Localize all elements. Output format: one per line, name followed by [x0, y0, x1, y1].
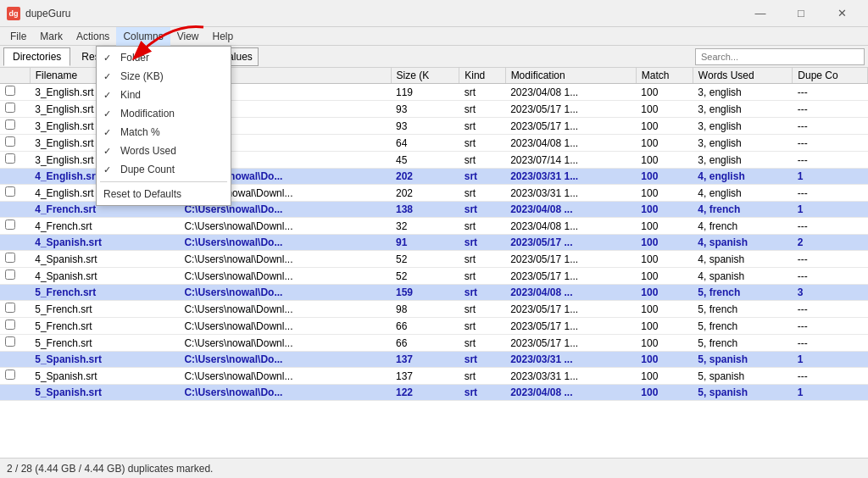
- menu-help[interactable]: Help: [206, 27, 241, 46]
- row-checkbox-cell: [0, 335, 30, 352]
- table-row[interactable]: 4_Spanish.srtC:\Users\nowal\Do...91srt20…: [0, 235, 868, 251]
- columns-menu-match[interactable]: ✓ Match %: [97, 123, 231, 142]
- row-checkbox[interactable]: [5, 86, 15, 96]
- col-header-kind[interactable]: Kind: [459, 68, 505, 84]
- row-match: 100: [636, 352, 693, 368]
- menu-view[interactable]: View: [170, 27, 206, 46]
- row-match: 100: [636, 285, 693, 301]
- row-words: 3, english: [693, 84, 792, 101]
- row-dupe: ---: [793, 368, 868, 385]
- row-match: 100: [636, 135, 693, 152]
- table-row[interactable]: 5_Spanish.srtC:\Users\nowal\Do...122srt2…: [0, 385, 868, 401]
- row-size: 122: [391, 385, 459, 401]
- table-row[interactable]: 5_Spanish.srtC:\Users\nowal\Do...137srt2…: [0, 352, 868, 368]
- menu-columns[interactable]: Columns: [116, 27, 170, 46]
- row-kind: srt: [459, 169, 505, 185]
- row-folder: C:\Users\nowal\Do...: [179, 285, 391, 301]
- app-title: dupeGuru: [25, 8, 741, 19]
- row-dupe: ---: [793, 118, 868, 135]
- row-checkbox[interactable]: [5, 153, 15, 164]
- maximize-button[interactable]: □: [782, 0, 821, 27]
- check-modification-icon: ✓: [103, 108, 111, 119]
- row-checkbox-cell: [0, 84, 30, 101]
- columns-menu-dupe-count[interactable]: ✓ Dupe Count: [97, 160, 231, 179]
- table-row[interactable]: 4_Spanish.srtC:\Users\nowal\Downl...52sr…: [0, 268, 868, 285]
- check-folder-icon: ✓: [103, 53, 111, 64]
- table-row[interactable]: 5_Spanish.srtC:\Users\nowal\Downl...137s…: [0, 368, 868, 385]
- row-checkbox[interactable]: [5, 253, 15, 263]
- check-kind-icon: ✓: [103, 90, 111, 101]
- menu-file[interactable]: File: [3, 27, 33, 46]
- row-dupe: 2: [793, 235, 868, 251]
- row-kind: srt: [459, 84, 505, 101]
- row-checkbox-cell: [0, 202, 30, 218]
- directories-tab[interactable]: Directories: [3, 47, 70, 66]
- row-modification: 2023/03/31 1...: [505, 368, 636, 385]
- row-checkbox[interactable]: [5, 186, 15, 197]
- row-words: 3, english: [693, 101, 792, 118]
- row-dupe: ---: [793, 185, 868, 202]
- columns-menu-modification[interactable]: ✓ Modification: [97, 104, 231, 123]
- row-checkbox[interactable]: [5, 119, 15, 130]
- row-checkbox[interactable]: [5, 136, 15, 147]
- table-row[interactable]: 5_French.srtC:\Users\nowal\Downl...66srt…: [0, 318, 868, 335]
- menu-mark[interactable]: Mark: [33, 27, 70, 46]
- row-checkbox[interactable]: [5, 320, 15, 330]
- columns-reset-button[interactable]: Reset to Defaults: [97, 185, 231, 203]
- table-row[interactable]: 5_French.srtC:\Users\nowal\Do...159srt20…: [0, 285, 868, 301]
- row-checkbox[interactable]: [5, 336, 15, 347]
- title-bar: dg dupeGuru — □ ✕: [0, 0, 868, 27]
- row-modification: 2023/05/17 1...: [505, 335, 636, 352]
- row-folder: C:\Users\nowal\Downl...: [179, 301, 391, 318]
- row-dupe: ---: [793, 84, 868, 101]
- menu-actions[interactable]: Actions: [70, 27, 116, 46]
- row-size: 138: [391, 202, 459, 218]
- columns-menu-words-used[interactable]: ✓ Words Used: [97, 142, 231, 160]
- row-match: 100: [636, 301, 693, 318]
- row-checkbox-cell: [0, 301, 30, 318]
- row-checkbox-cell: [0, 285, 30, 301]
- minimize-button[interactable]: —: [741, 0, 780, 27]
- row-words: 4, french: [693, 202, 792, 218]
- row-checkbox[interactable]: [5, 103, 15, 113]
- menu-separator: [100, 181, 227, 182]
- row-checkbox[interactable]: [5, 303, 15, 313]
- row-checkbox-cell: [0, 352, 30, 368]
- table-row[interactable]: 5_French.srtC:\Users\nowal\Downl...66srt…: [0, 335, 868, 352]
- col-header-words[interactable]: Words Used: [693, 68, 792, 84]
- table-row[interactable]: 4_Spanish.srtC:\Users\nowal\Downl...52sr…: [0, 251, 868, 268]
- row-words: 4, french: [693, 218, 792, 235]
- row-checkbox[interactable]: [5, 370, 15, 380]
- row-dupe: ---: [793, 135, 868, 152]
- row-size: 202: [391, 169, 459, 185]
- col-header-match[interactable]: Match: [636, 68, 693, 84]
- check-dupe-icon: ✓: [103, 164, 111, 175]
- columns-menu-kind[interactable]: ✓ Kind: [97, 86, 231, 104]
- row-folder: C:\Users\nowal\Downl...: [179, 335, 391, 352]
- row-kind: srt: [459, 335, 505, 352]
- table-row[interactable]: 4_French.srtC:\Users\nowal\Downl...32srt…: [0, 218, 868, 235]
- row-checkbox[interactable]: [5, 220, 15, 230]
- col-header-modification[interactable]: Modification: [505, 68, 636, 84]
- table-row[interactable]: 5_French.srtC:\Users\nowal\Downl...98srt…: [0, 301, 868, 318]
- row-kind: srt: [459, 118, 505, 135]
- row-match: 100: [636, 84, 693, 101]
- row-checkbox-cell: [0, 152, 30, 169]
- row-folder: C:\Users\nowal\Downl...: [179, 318, 391, 335]
- row-size: 93: [391, 118, 459, 135]
- row-checkbox[interactable]: [5, 270, 15, 280]
- row-filename: 5_French.srt: [30, 285, 179, 301]
- row-size: 159: [391, 285, 459, 301]
- col-header-size[interactable]: Size (K: [391, 68, 459, 84]
- row-modification: 2023/05/17 ...: [505, 235, 636, 251]
- row-dupe: ---: [793, 318, 868, 335]
- columns-menu-folder[interactable]: ✓ Folder: [97, 48, 231, 67]
- close-button[interactable]: ✕: [822, 0, 861, 27]
- row-folder: C:\Users\nowal\Downl...: [179, 251, 391, 268]
- search-input[interactable]: [695, 48, 865, 65]
- row-modification: 2023/04/08 ...: [505, 385, 636, 401]
- row-kind: srt: [459, 202, 505, 218]
- col-header-dupe[interactable]: Dupe Co: [793, 68, 868, 84]
- row-modification: 2023/05/17 1...: [505, 318, 636, 335]
- columns-menu-size[interactable]: ✓ Size (KB): [97, 67, 231, 86]
